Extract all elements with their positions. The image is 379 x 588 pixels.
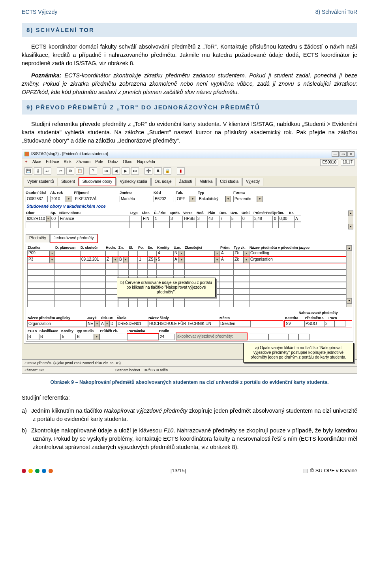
jp-grid-header: Zkratka D. plánovan D. skutečn Hodn. Zn.… [27,245,346,250]
menu-editace[interactable]: Editace [46,159,59,165]
menu-blok[interactable]: Blok [64,159,71,165]
menu-akce[interactable]: Akce [32,159,41,165]
jp-row-empty [27,263,346,269]
tab-matrika[interactable]: Matrika [196,178,216,186]
tab-zadosti[interactable]: Žádosti [176,178,196,186]
copy-subjects-button[interactable]: akopírovat výjezdové předměty: [176,333,247,340]
form-code: ES0010 [320,159,338,166]
section-8-p2: Poznámka: ECTS-koordinátor zkontroluje z… [22,71,357,96]
obor-grid-header: Obor Sp. Název oboru I.typ I.for. Č. / z… [26,210,348,216]
main-tabs: Výběr studentů Student Studované obory V… [24,178,355,186]
osobni-input[interactable]: O082537 [26,196,48,202]
forma-input[interactable]: Prezenčn [233,196,257,202]
minimize-button[interactable]: — [332,151,339,157]
scrollbar[interactable]: ▲▼ [346,245,352,307]
jp-row-2[interactable]: P3▼ 09.12.201 Z▼ B▼ 1 ZS▼ 5 A▼ ▼ A Zk▼ O… [27,257,346,263]
typ-input[interactable]: Bakalářský [198,196,225,202]
figure-caption: Obrázek 9 – Nakopírování předmětů absolv… [22,379,357,386]
cut-icon[interactable]: ✂ [57,167,65,175]
last-icon[interactable]: ⏭ [131,167,139,175]
fak-input[interactable]: OPF [176,196,190,202]
jp-row-1[interactable]: P09▼ 4 N▼ ▼ A Zk▼ Controlling [27,250,346,257]
paste-icon[interactable]: 📋 [76,167,84,175]
referentka-line: Studijní referentka: [22,394,357,402]
tab-os-udaje[interactable]: Os. údaje [151,178,175,186]
save-icon[interactable]: 💾 [24,167,32,175]
list-item-b: b)Zkontroluje nakopírované údaje a uloží… [33,426,357,451]
tab-vysledky[interactable]: Výsledky studia [116,178,150,186]
header-left: ECTS Výjezdy [22,8,57,16]
close-button[interactable]: × [347,151,355,157]
section-9-p1: Studijní referentka převede předměty z „… [22,120,357,145]
menu-napoveda[interactable]: Nápověda [137,159,155,165]
window-titlebar: IS/STAG(stag2) - [Evidenční karta studen… [22,150,357,159]
menu-bar: ✦ Akce Editace Blok Záznam Pole Dotaz Ok… [22,158,357,166]
section-9-title: 9) PŘEVOD PŘEDMĚTŮ Z „TOR" DO JEDNORÁZOV… [26,103,353,112]
menu-pole[interactable]: Pole [95,159,103,165]
obor-row-empty [26,222,348,228]
window-title: IS/STAG(stag2) - [Evidenční karta studen… [31,151,108,157]
app-screenshot: IS/STAG(stag2) - [Evidenční karta studen… [22,150,357,374]
tab-cizi[interactable]: Cizí studia [216,178,242,186]
status-bar-2: Záznam: 2/2 Seznam hodnot <PřOS <Laděn [22,366,357,374]
sub-tabs: Předměty Jednorázové předměty [26,234,353,242]
section-8-bar: 8) SCHVÁLENÍ TOR [22,23,357,37]
obor-row[interactable]: 6202R110▼ 00 Finance FIN 1 3 HPSB 3 43 7… [26,216,348,222]
tab-jednorazove[interactable]: Jednorázové předměty [50,234,98,242]
kod-input[interactable]: B6202 [154,196,173,202]
dropdown-icon[interactable]: ▼ [225,196,231,202]
rok-input[interactable]: 2010 [50,196,66,202]
form-ver: 10.17 [341,159,355,166]
print-icon[interactable]: ⎙ [34,167,42,175]
section-9-bar: 9) PŘEVOD PŘEDMĚTŮ Z „TOR" DO JEDNORÁZOV… [22,100,357,115]
tab-vyjezdy[interactable]: Výjezdy [242,178,263,186]
maximize-button[interactable]: ▭ [340,151,347,157]
copyright: © SU OPF v Karviné [310,467,357,475]
page-header: ECTS Výjezdy 8) Schválení ToR [22,8,357,16]
page-number: |13/15| [171,467,186,475]
app-icon [24,152,29,156]
tab-studovane-obory[interactable]: Studované obory [79,178,116,186]
menu-okno[interactable]: Okno [123,159,132,165]
prev-icon[interactable]: ◀ [112,167,120,175]
callout-b: b) Červeně orámované údaje se přetáhnou … [117,278,216,297]
menu-icon[interactable]: ✦ [24,159,28,165]
scrollbar[interactable]: ▲▼ [348,210,353,229]
jmeno-input[interactable]: Markéta [120,196,151,202]
next-icon[interactable]: ▶ [122,167,129,175]
callout-a: a) Opakovaným klikáním na tlačítko "Nako… [243,343,354,363]
menu-zaznam[interactable]: Záznam [76,159,90,165]
copy-icon[interactable]: ⧉ [66,167,74,175]
toolbar: 💾 ⎙ ⮐ ✂ ⧉ 📋 ? ⏮ ◀ ▶ ⏭ ➕ ✖ 🔒 ▮ [22,166,357,176]
search-icon[interactable]: ? [89,167,97,175]
dropdown-icon[interactable]: ▼ [46,216,50,222]
footer-logo-icon [304,469,308,473]
insert-icon[interactable]: ➕ [144,167,152,175]
student-fields: Osobní číslO082537 Ak. rok2010▼ Příjmení… [26,190,353,202]
stop-icon[interactable]: ▮ [177,167,185,175]
dropdown-icon[interactable]: ▼ [66,196,71,202]
tab-student[interactable]: Student [58,178,78,186]
jp-row-empty [27,301,346,307]
footer-dots [22,469,53,473]
prijmeni-input[interactable]: FIKEJZOVÁ [74,196,117,202]
section-8-p1: ECTS koordinátor domácí fakulty schválí … [22,43,357,68]
tab-predmety[interactable]: Předměty [26,234,50,242]
section-8-title: 8) SCHVÁLENÍ TOR [26,26,353,34]
lock-icon[interactable]: 🔒 [163,167,171,175]
header-right: 8) Schválení ToR [315,8,357,16]
menu-dotaz[interactable]: Dotaz [108,159,118,165]
jp-row-empty [27,269,346,276]
dropdown-icon[interactable]: ▼ [190,196,195,202]
list-item-a: a)Jedním kliknutím na tlačítko Nakopírov… [33,407,357,423]
exit-icon[interactable]: ⮐ [43,167,51,175]
blue-section-title: Studované obory v akademickém roce [26,203,353,210]
page-footer: |13/15| © SU OPF v Karviné [22,467,357,475]
first-icon[interactable]: ⏮ [103,167,111,175]
note-lead: Poznámka: [31,72,62,79]
tab-vyber[interactable]: Výběr studentů [24,178,57,186]
dropdown-icon[interactable]: ▼ [257,196,263,202]
delete-icon[interactable]: ✖ [154,167,162,175]
